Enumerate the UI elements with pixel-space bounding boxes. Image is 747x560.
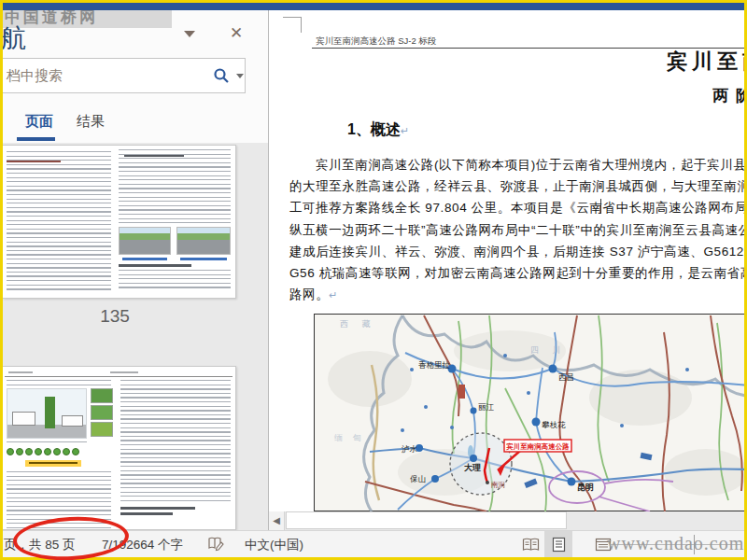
page-header-text: 宾川至南涧高速公路 SJ-2 标段 [316,35,436,48]
language-status[interactable]: 中文(中国) [245,537,303,553]
body-text-line: 工可推荐方案路线全长 97.804 公里。本项目是《云南省中长期高速公路网布局(… [289,200,744,217]
thumbnail-photo-caption [180,258,227,260]
pane-options-chevron-icon[interactable] [184,31,195,37]
thumbnail-cross-section-diagram [7,388,87,439]
city-label: 昆明 [577,483,594,492]
thumbnail-text-block [120,380,231,503]
pane-close-icon[interactable]: ✕ [230,23,243,43]
paragraph-mark: ↵ [329,289,338,301]
search-placeholder: 档中搜索 [7,67,63,85]
thumbnail-plant-photo [91,422,113,437]
text-cursor [600,199,601,214]
proofing-errors-icon[interactable] [207,536,224,554]
body-text-line: 的大理至永胜高速公路，经祥云县、弥渡县，止于南涧县城西侧，与大理至南涧高速公路相… [289,178,744,195]
city-label: 西昌 [558,372,574,382]
page-thumbnail-next[interactable] [3,366,236,530]
navigation-tabs: 页面 结果 [3,107,268,143]
search-icon[interactable] [213,67,230,84]
city-label: 丽江 [478,402,495,412]
city-label: 大理 [464,463,481,472]
tab-results[interactable]: 结果 [77,113,105,131]
thumbnail-heading-bar [120,507,195,510]
scroll-left-button[interactable]: ◀ [269,511,285,530]
thumbnail-heading-bar [124,155,184,157]
thumbnail-heading-bar [119,264,191,267]
city-dot [568,478,576,486]
page-thumbnails-region: 135 [3,143,268,530]
diagram-median-hedge [45,397,55,428]
region-label: 缅 甸 [334,433,365,442]
thumbnail-highlighted-caption [25,460,81,467]
body-text-line: G56 杭瑞高速等联网，对加密云南高速公路网起到十分重要的作用，是云南省高速公路… [289,265,744,282]
horizontal-scrollbar[interactable]: ◀ [269,511,744,530]
highway-network-map-figure[interactable]: 西 藏 四 川 缅 甸 香格里拉 西昌 丽江 攀枝花 泸水 大理 保山 昆明 南… [314,314,744,511]
section-heading: 1、概述↵ [347,120,409,140]
diagram-dimension-strip [7,441,87,445]
region-label: 西 藏 [340,319,376,329]
city-label: 南涧 [490,481,505,489]
city-dot [486,481,489,484]
read-mode-button[interactable] [516,531,544,558]
thumbnail-photo [176,227,231,255]
thumbnail-photo-caption [122,258,167,260]
body-text-line: 宾川至南涧高速公路(以下简称本项目)位于云南省大理州境内，起于宾川县金牛镇，接规 [316,157,744,174]
thumbnail-text-block [7,380,111,386]
thumbnail-heading-bar [7,161,61,162]
scrollbar-thumb[interactable] [286,511,567,529]
thumbnail-header-rule [5,376,233,377]
tab-pages[interactable]: 页面 [25,113,53,131]
city-label: 保山 [410,474,426,483]
document-title-line1: 宾川至南 [667,48,744,76]
thumbnail-header-mark [8,371,33,373]
city-label: 香格里拉 [418,360,450,370]
thumbnail-text-block [119,270,231,290]
thumbnail-heading-bar [120,512,173,515]
margin-crop-mark [283,17,302,33]
window-top-edge [3,3,744,10]
city-dot [549,365,557,373]
callout-label: 宾川至南涧高速公路 [505,442,570,451]
plant-row [7,448,89,455]
navigation-pane: 中国道桥网 航 ✕ 档中搜索 页面 结果 [3,10,268,530]
diagram-truck [62,415,83,427]
thumbnail-page-number: 135 [3,306,227,327]
pane-document-divider[interactable] [268,10,269,530]
diagram-truck [12,412,35,426]
document-search-input[interactable]: 档中搜索 [0,58,246,93]
city-dot [470,455,477,462]
thumbnail-photo [119,227,171,255]
map-image: 西 藏 四 川 缅 甸 香格里拉 西昌 丽江 攀枝花 泸水 大理 保山 昆明 南… [314,314,744,511]
word-window: 中国道桥网 航 ✕ 档中搜索 页面 结果 [0,0,747,560]
document-page: 宾川至南涧高速公路 SJ-2 标段 宾川至南 两阶 1、概述↵ 宾川至南涧高速公… [269,10,744,511]
search-options-chevron-icon[interactable] [236,74,244,78]
paragraph-mark: ↵ [401,125,409,136]
city-label: 泸水 [402,444,418,454]
print-layout-button[interactable] [544,531,572,558]
city-label: 攀枝花 [542,420,566,429]
site-url-watermark: www.cndao.com [607,533,744,554]
body-text-line: 路网。↵ [289,287,338,303]
thumbnail-text-block [119,149,231,224]
thumbnail-text-block [7,151,111,291]
page-thumbnail-135[interactable] [3,145,236,299]
route-shield [458,385,465,399]
body-text-line: 建成后连接宾川、祥云、弥渡、南涧四个县，后期连接 S37 泸宁高速、G5612 … [289,244,744,260]
thumbnail-plant-photo [91,388,113,403]
thumbnail-plant-photo [91,405,113,420]
body-text-line: 纵五横一边两环二十联”高速公路网布局中“二十联”中的宾川至南涧至云县高速公路一段 [289,222,744,239]
region-label: 四 川 [530,345,567,355]
document-title-line2: 两阶 [712,85,744,106]
city-dot [532,418,541,427]
city-dot [471,408,477,414]
active-tab-underline [17,137,55,141]
thumbnail-header-mark [110,371,138,373]
city-dot [431,475,439,483]
